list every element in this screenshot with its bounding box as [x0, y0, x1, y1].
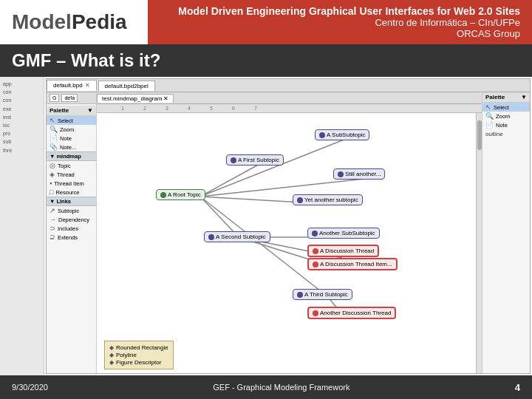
- tab-label-1: default.bpd: [53, 82, 83, 89]
- left-panel-text: app con con exe inst loc pro sub thre: [3, 80, 41, 154]
- legend-bullet-2: ◆: [109, 352, 114, 358]
- zoom-icon: 🔍: [50, 126, 58, 133]
- right-note-label: Note: [496, 122, 508, 129]
- left-palette-header: Palette ▼: [47, 106, 96, 116]
- footer: 9/30/2020 GEF - Graphical Modeling Frame…: [0, 375, 532, 399]
- palette-item-zoom[interactable]: 🔍 Zoom: [47, 125, 96, 134]
- right-palette-item-zoom[interactable]: 🔍 Zoom: [482, 112, 530, 120]
- right-note-icon: 📄: [485, 121, 494, 129]
- logo-pedia: Pedia: [72, 10, 127, 33]
- palette-item-select[interactable]: ↖ Select: [47, 116, 96, 125]
- thread-icon: ◈: [50, 171, 55, 178]
- node-sub9[interactable]: A Third Subtopic: [293, 289, 352, 300]
- sidebar-tab-g[interactable]: G: [50, 94, 59, 102]
- note-attach-label: Note...: [60, 144, 76, 151]
- right-zoom-icon: 🔍: [485, 112, 494, 120]
- left-palette-section: Palette ▼ ↖ Select 🔍 Zoom 📄 Note: [47, 104, 96, 243]
- sidebar-tab-defa[interactable]: defa: [61, 94, 78, 102]
- node-sub6[interactable]: Another SubSubtopic: [307, 228, 380, 239]
- node-icon-sub6: [312, 231, 318, 236]
- footer-center-text: GEF - Graphical Modeling Framework: [213, 383, 349, 392]
- ide-inner: G defa Palette ▼ ↖ Select 🔍 Zoom: [47, 92, 530, 373]
- right-palette-title: Palette: [485, 94, 505, 100]
- expand-icon-mm: ▼: [50, 153, 55, 160]
- palette-item-note-attach[interactable]: 📎 Note...: [47, 143, 96, 151]
- palette-item-topic[interactable]: ◎ Topic: [47, 161, 96, 170]
- subtopic-icon: ↗: [50, 207, 55, 214]
- slide-title: GMF – What is it?: [12, 50, 160, 71]
- note-label: Note: [60, 135, 72, 142]
- resource-icon: □: [50, 188, 53, 196]
- right-palette-header: Palette ▼: [482, 92, 530, 103]
- palette-item-resource[interactable]: □ Resource: [47, 188, 96, 197]
- resource-label: Resource: [55, 189, 79, 196]
- node-root[interactable]: A Root Topic: [156, 189, 205, 200]
- diagram-tab-mindmap[interactable]: test.mindmap_diagram ✕: [97, 94, 174, 103]
- svg-line-1: [200, 137, 349, 197]
- header-title-area: Model Driven Engineering Graphical User …: [148, 0, 532, 44]
- node-icon-sub2: [319, 132, 325, 138]
- thread-item-label: Thread Item: [54, 180, 83, 187]
- node-sub5-label: A Second Subtopic: [216, 233, 266, 240]
- close-icon-diagram[interactable]: ✕: [163, 95, 168, 102]
- palette-title: Palette: [50, 107, 69, 114]
- node-icon-sub8: [313, 262, 318, 267]
- node-icon-sub10: [313, 310, 318, 316]
- includes-icon: ⊃: [50, 225, 55, 232]
- node-sub4[interactable]: Yet another subtopic: [293, 194, 363, 205]
- right-palette-item-select[interactable]: ↖ Select: [482, 103, 530, 112]
- node-sub3[interactable]: Still another...: [333, 168, 385, 180]
- node-icon-sub3: [338, 171, 344, 177]
- ide-left-sidebar: G defa Palette ▼ ↖ Select 🔍 Zoom: [47, 92, 97, 373]
- node-sub1-label: A First Subtopic: [238, 157, 279, 163]
- node-sub8[interactable]: A Discussion Thread Item...: [307, 258, 398, 270]
- extends-label: Extends: [58, 234, 78, 241]
- vertical-scroll-thumb[interactable]: [477, 120, 482, 150]
- right-zoom-label: Zoom: [496, 113, 510, 120]
- subtopic-label: Subtopic: [58, 208, 79, 214]
- thread-label: Thread: [57, 171, 75, 178]
- diagram-canvas[interactable]: A Root Topic A First Subtopic A SubSubto…: [97, 113, 482, 373]
- palette-section-links[interactable]: ▼ Links: [47, 197, 96, 206]
- node-sub1[interactable]: A First Subtopic: [226, 154, 284, 166]
- diagram-tab-bar: test.mindmap_diagram ✕: [97, 92, 482, 104]
- palette-item-dependency[interactable]: → Dependency: [47, 215, 96, 224]
- palette-item-subtopic[interactable]: ↗ Subtopic: [47, 206, 96, 215]
- node-icon-sub9: [297, 292, 303, 298]
- section-mindmap-label: mindmap: [56, 153, 81, 160]
- header-line3: ORCAS Group: [457, 28, 520, 39]
- close-icon-1[interactable]: ✕: [85, 82, 90, 89]
- palette-item-thread-item[interactable]: ▪ Thread Item: [47, 179, 96, 188]
- topic-icon: ◎: [50, 162, 55, 169]
- svg-line-0: [200, 163, 261, 197]
- right-palette-item-note[interactable]: 📄 Note: [482, 120, 530, 129]
- node-sub6-label: Another SubSubtopic: [319, 230, 375, 236]
- legend-bullet-1: ◆: [109, 344, 114, 351]
- select-label: Select: [58, 117, 73, 124]
- header-line1: Model Driven Engineering Graphical User …: [178, 5, 520, 17]
- sidebar-mini-tabs: G defa: [47, 92, 96, 104]
- palette-item-includes[interactable]: ⊃ Includes: [47, 224, 96, 233]
- ide-tab-default-bpd2bpel[interactable]: default.bpd2bpel: [98, 81, 155, 91]
- node-sub10[interactable]: Another Discussion Thread: [307, 307, 396, 319]
- ide-tab-default-bpd[interactable]: default.bpd ✕: [47, 80, 97, 91]
- vertical-scrollbar[interactable]: [476, 113, 482, 373]
- node-sub5[interactable]: A Second Subtopic: [204, 231, 270, 242]
- note-icon: 📄: [50, 134, 58, 142]
- legend-bullet-3: ◆: [109, 359, 114, 366]
- node-icon-sub4: [297, 197, 303, 203]
- palette-item-thread[interactable]: ◈ Thread: [47, 170, 96, 179]
- node-icon-sub5: [208, 234, 214, 240]
- node-root-label: A Root Topic: [168, 191, 201, 198]
- palette-item-note[interactable]: 📄 Note: [47, 134, 96, 143]
- legend-item-2: Polyline: [116, 352, 137, 358]
- palette-item-extends[interactable]: ⊇ Extends: [47, 233, 96, 242]
- logo-area: ModelPedia: [0, 0, 148, 44]
- node-sub7[interactable]: A Discussion Thread: [307, 245, 379, 257]
- node-sub8-label: A Discussion Thread Item...: [320, 261, 392, 267]
- node-icon-root: [160, 192, 166, 198]
- node-sub2[interactable]: A SubSubtopic: [315, 129, 369, 140]
- legend-item-3: Figure Descriptor: [116, 359, 161, 366]
- palette-section-mindmap[interactable]: ▼ mindmap: [47, 151, 96, 161]
- dependency-label: Dependency: [58, 216, 89, 223]
